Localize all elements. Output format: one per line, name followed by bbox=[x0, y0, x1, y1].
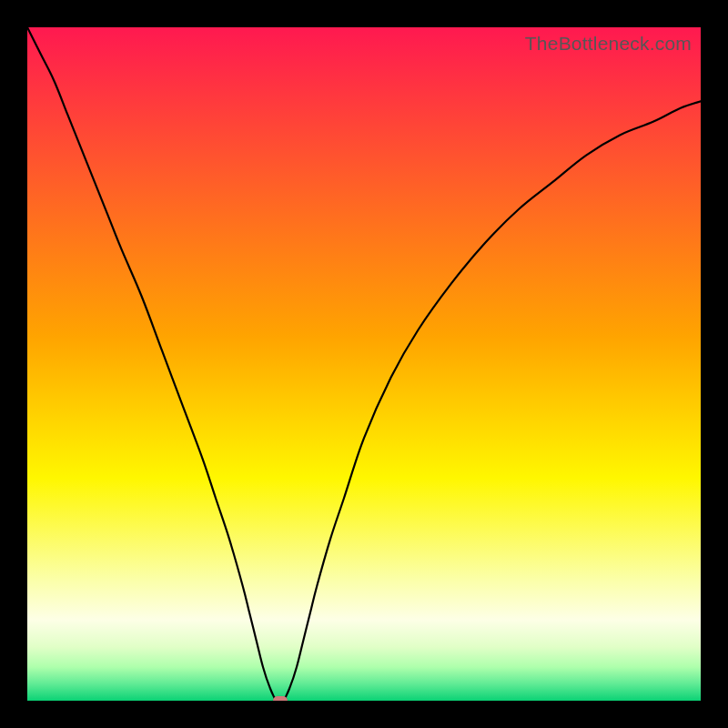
chart-frame: TheBottleneck.com bbox=[0, 0, 728, 728]
plot-area: TheBottleneck.com bbox=[27, 27, 701, 701]
minimum-marker bbox=[273, 696, 288, 701]
bottleneck-curve bbox=[27, 27, 701, 701]
